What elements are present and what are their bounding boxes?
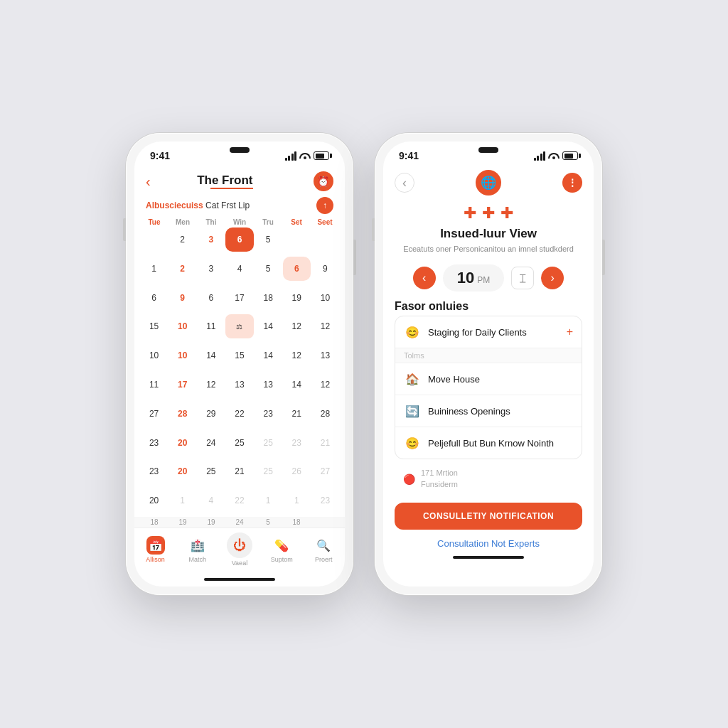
cal-cell[interactable]: 15 — [225, 343, 253, 368]
strip-cell: 5 — [254, 518, 282, 526]
cal-cell[interactable]: 20 — [168, 459, 196, 483]
cta-button[interactable]: CONSULLETIY NOTIFICATION — [395, 503, 582, 530]
cal-cell[interactable]: 10 — [168, 343, 196, 368]
cal-cell-icon[interactable]: ⚖ — [225, 314, 253, 338]
cal-cell[interactable]: 25 — [225, 431, 253, 455]
cal-cell[interactable]: 2 — [168, 228, 196, 252]
cal-cell[interactable]: 23 — [140, 459, 168, 483]
cal-cell[interactable]: 3 — [197, 228, 225, 252]
cal-cell[interactable]: 1 — [168, 488, 196, 513]
cal-cell[interactable]: 1 — [140, 257, 168, 281]
status-bar-1: 9:41 — [134, 141, 345, 166]
detail-globe-button[interactable]: 🌐 — [476, 170, 501, 196]
cal-cell[interactable]: 21 — [283, 402, 311, 426]
cal-cell[interactable] — [283, 228, 311, 252]
cal-cell[interactable]: 15 — [140, 314, 168, 338]
link-button[interactable]: Consultation Not Experts — [383, 534, 594, 553]
cal-alarm-button[interactable]: ⏰ — [314, 171, 333, 191]
cal-cell[interactable]: 18 — [255, 286, 282, 310]
cal-cell[interactable]: 20 — [140, 488, 168, 513]
cal-cell[interactable]: 11 — [140, 373, 168, 397]
time-value: 10 — [457, 269, 474, 287]
cal-cell[interactable]: 14 — [255, 343, 282, 368]
weekday-thi: Thi — [197, 218, 225, 226]
cal-cell[interactable]: 4 — [197, 488, 225, 513]
staging-plus[interactable]: + — [567, 326, 573, 338]
cal-cell[interactable]: 12 — [311, 314, 339, 338]
cal-cell[interactable]: 24 — [197, 431, 225, 455]
cal-cell[interactable]: 14 — [255, 314, 282, 338]
list-item-peljefull[interactable]: 😊 Peljefull But Bun Krnow Nointh — [395, 427, 582, 459]
cal-cell[interactable]: 6 — [197, 286, 225, 310]
cal-cell[interactable]: 1 — [255, 488, 282, 513]
cal-cell[interactable]: 22 — [225, 488, 253, 513]
cal-cell[interactable]: 23 — [311, 488, 339, 513]
cal-cell[interactable]: 11 — [197, 314, 225, 338]
list-item-move-house[interactable]: 🏠 Move House — [395, 363, 582, 395]
cal-cell[interactable]: 12 — [311, 373, 339, 397]
cal-cell[interactable]: 19 — [283, 286, 311, 310]
cal-cell[interactable]: 3 — [197, 257, 225, 281]
cal-cell[interactable]: 1 — [283, 488, 311, 513]
strip-cell: 19 — [168, 518, 197, 526]
cal-cell[interactable]: 25 — [255, 459, 282, 483]
cal-cell[interactable]: 27 — [311, 459, 339, 483]
cal-cell[interactable]: 13 — [225, 373, 253, 397]
time-input-button[interactable]: ⌶ — [511, 267, 534, 289]
cal-cell[interactable]: 12 — [283, 343, 311, 368]
detail-back-button[interactable]: ‹ — [395, 173, 414, 193]
move-house-label: Move House — [428, 374, 573, 385]
cal-cell[interactable]: 9 — [168, 286, 196, 310]
cal-cell[interactable]: 6 — [140, 286, 168, 310]
time-next-button[interactable]: › — [541, 267, 564, 289]
cal-cell[interactable]: 21 — [225, 459, 253, 483]
cal-cell[interactable]: 2 — [168, 257, 196, 281]
nav-proert[interactable]: 🔍 Proert — [306, 536, 341, 563]
cal-cell[interactable]: 13 — [311, 343, 339, 368]
cal-cell[interactable]: 5 — [255, 257, 282, 281]
cal-cell[interactable]: 25 — [255, 431, 282, 455]
cal-cell[interactable]: 5 — [255, 228, 282, 252]
cal-cell[interactable]: 17 — [225, 286, 253, 310]
bottom-nav: 📅 Allison 🏥 Match ⏻ Vaeal 💊 Suptom — [134, 528, 345, 575]
cal-cell[interactable] — [140, 228, 168, 252]
strip-cell — [311, 518, 339, 526]
cal-cell[interactable]: 23 — [255, 402, 282, 426]
nav-allison[interactable]: 📅 Allison — [138, 536, 173, 563]
nav-vaeal[interactable]: ⏻ Vaeal — [222, 532, 257, 567]
cal-cell[interactable]: 10 — [168, 314, 196, 338]
cal-cell[interactable]: 10 — [140, 343, 168, 368]
cal-cell[interactable]: 22 — [225, 402, 253, 426]
cal-cell[interactable]: 9 — [311, 257, 339, 281]
cal-cell[interactable]: 14 — [197, 343, 225, 368]
cal-cell[interactable]: 12 — [283, 314, 311, 338]
cal-cell[interactable]: 26 — [283, 459, 311, 483]
nav-suptom[interactable]: 💊 Suptom — [264, 536, 299, 563]
cal-cell[interactable]: 13 — [255, 373, 282, 397]
time-prev-button[interactable]: ‹ — [413, 267, 436, 289]
cal-cell[interactable]: 14 — [283, 373, 311, 397]
nav-match[interactable]: 🏥 Match — [180, 536, 215, 563]
cal-cell[interactable]: 4 — [225, 257, 253, 281]
cal-cell[interactable]: 29 — [197, 402, 225, 426]
cal-cell[interactable]: 28 — [311, 402, 339, 426]
cal-cell[interactable] — [311, 228, 339, 252]
cal-cell[interactable]: 12 — [197, 373, 225, 397]
cal-cell[interactable]: 10 — [311, 286, 339, 310]
cal-cell[interactable]: 17 — [168, 373, 196, 397]
cal-cell[interactable]: 28 — [168, 402, 196, 426]
cal-cell[interactable]: 23 — [283, 431, 311, 455]
list-item-business[interactable]: 🔄 Buininess Openings — [395, 395, 582, 427]
list-item-staging[interactable]: 😊 Staging for Daily Clients + — [395, 316, 582, 348]
cal-cell-selected[interactable]: 6 — [225, 228, 253, 252]
cal-back-button[interactable]: ‹ — [146, 173, 151, 190]
cal-cell-today[interactable]: 6 — [283, 257, 311, 281]
cal-cell[interactable]: 23 — [140, 431, 168, 455]
cal-up-button[interactable]: ↑ — [316, 197, 333, 214]
cal-cell[interactable]: 25 — [197, 459, 225, 483]
cal-cell[interactable]: 27 — [140, 402, 168, 426]
detail-more-button[interactable]: ⋮ — [562, 173, 582, 193]
cal-cell[interactable]: 21 — [311, 431, 339, 455]
nav-label-vaeal: Vaeal — [232, 560, 247, 567]
cal-cell[interactable]: 20 — [168, 431, 196, 455]
